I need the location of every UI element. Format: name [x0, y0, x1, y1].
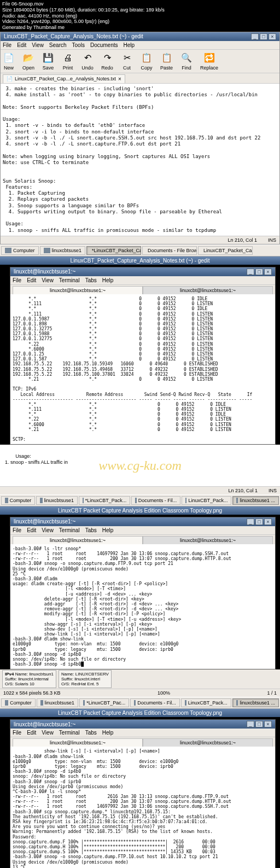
taskbar-button[interactable]: Documents - Fil...	[131, 496, 180, 505]
maximize-button[interactable]: □	[255, 269, 263, 275]
print-icon: 🖨	[62, 52, 74, 64]
statusbar-2: Ln 210, Col 1 INS	[0, 486, 280, 494]
menu-documents[interactable]: Documents	[90, 42, 118, 48]
taskbar-2: Computerlinuxcbtsuse1*LinuxCBT_Pack...Do…	[0, 494, 280, 506]
insert-mode: INS	[269, 488, 277, 493]
taskbar-button[interactable]: LinuxCBT_Pack...	[182, 496, 231, 505]
open-button[interactable]: 📂Open	[22, 52, 34, 71]
menu-file[interactable]: File	[13, 277, 21, 283]
insert-mode: INS	[268, 237, 276, 243]
terminal-output[interactable]: -bash-3.00# ls -ltr snoop* -rw-r--r-- 1 …	[10, 544, 275, 669]
menu-terminal[interactable]: Terminal	[59, 527, 80, 533]
taskbar-button[interactable]: Documents - Fil...	[130, 698, 180, 707]
terminal-window-2: linuxcbt@linuxcbtsuse1:~ _ □ × File Edit…	[10, 517, 276, 670]
gedit-window-1: LinuxCBT_Packet_Capture_Analysis_Notes.t…	[0, 32, 280, 244]
terminal-window-3: linuxcbt@linuxcbtsuse1:~ _ □ × File Edit…	[10, 719, 276, 868]
taskbar-button[interactable]: LinuxCBT_Packet_Ca...	[198, 246, 253, 255]
find-button[interactable]: 🔍Find	[180, 52, 192, 71]
save-button[interactable]: 💾Save	[42, 52, 54, 71]
taskbar-button[interactable]: *LinuxCBT_Pac...	[79, 698, 129, 707]
menu-tabs[interactable]: Tabs	[85, 730, 97, 736]
menu-help[interactable]: Help	[102, 527, 114, 533]
menu-terminal[interactable]: Terminal	[59, 730, 80, 736]
cut-button[interactable]: ✂Cut	[121, 52, 133, 71]
taskbar-button[interactable]: LinuxCBT_Pack...	[181, 698, 231, 707]
copy-button[interactable]: 📋Copy	[141, 52, 153, 71]
maximize-button[interactable]: □	[255, 721, 263, 727]
menu-view[interactable]: View	[32, 42, 44, 48]
minimize-button[interactable]: _	[247, 721, 254, 727]
menu-file[interactable]: File	[3, 42, 11, 48]
menu-view[interactable]: View	[42, 277, 54, 283]
host-info-2: Name: LINUXCBTSERV Suffix: linuxcbt.inte…	[59, 670, 112, 688]
term-tab-1[interactable]: linuxcbt@linuxcbtsuse1:~	[13, 286, 143, 294]
menu-edit[interactable]: Edit	[17, 42, 26, 48]
undo-button[interactable]: ↶Undo	[81, 52, 94, 71]
document-tab[interactable]: 📄 LinuxCBT_Packet_Cap...e_Analysis_Notes…	[3, 74, 125, 83]
minimize-button[interactable]: _	[247, 519, 254, 525]
terminal-output[interactable]: show-link [-s] [-i <interval>] [-p] [<na…	[10, 747, 275, 868]
taskbar-button[interactable]: linuxcbtsuse1	[37, 698, 78, 707]
close-button[interactable]: ×	[269, 33, 276, 40]
taskbar-button[interactable]: linuxcbtsuse1 ...	[232, 698, 279, 707]
menu-search[interactable]: Search	[49, 42, 67, 48]
menu-view[interactable]: View	[42, 730, 54, 736]
video-metadata: File 06-Snoop.mov Size 18940024 bytes (1…	[0, 0, 280, 32]
host-info-1: IPv4 Name: linuxcbtsun1 Suffix: linuxcbt…	[2, 670, 56, 688]
app-icon	[5, 248, 11, 253]
menu-tabs[interactable]: Tabs	[85, 527, 97, 533]
menu-help[interactable]: Help	[102, 730, 114, 736]
term-tab-1[interactable]: linuxcbt@linuxcbtsuse1:~	[13, 738, 143, 747]
close-button[interactable]: ×	[264, 519, 272, 525]
redo-button[interactable]: ↷Redo	[101, 52, 113, 71]
minimize-button[interactable]: _	[251, 33, 259, 40]
term-tab-2[interactable]: linuxcbt@linuxcbtsuse1:~	[143, 286, 273, 294]
terminal-output[interactable]: *.* *.* 0 0 49152 0 IDLE *.111 *.* 0 0 4…	[10, 294, 275, 444]
editor-content[interactable]: 3. make - creates the binaries - includi…	[1, 84, 279, 236]
close-tab-icon[interactable]: ×	[118, 76, 121, 82]
taskbar-button[interactable]: linuxcbtsuse1	[36, 496, 78, 505]
taskbar-3: Computerlinuxcbtsuse1*LinuxCBT_Pac...Doc…	[0, 697, 280, 709]
close-button[interactable]: ×	[264, 269, 272, 275]
menubar: File Edit View Search Tools Documents He…	[1, 41, 279, 50]
term-tab-2[interactable]: linuxcbt@linuxcbtsuse1:~	[143, 536, 273, 544]
replace-button[interactable]: 🔁Replace	[200, 52, 218, 71]
menu-tools[interactable]: Tools	[72, 42, 85, 48]
menu-terminal[interactable]: Terminal	[59, 277, 80, 283]
taskbar-button[interactable]: *LinuxCBT_Pack...	[79, 496, 130, 505]
menu-tabs[interactable]: Tabs	[85, 277, 97, 283]
taskbar-button[interactable]: Computer	[1, 698, 36, 707]
term-title: linuxcbt@linuxcbtsuse1:~	[14, 721, 75, 727]
maximize-button[interactable]: □	[255, 519, 263, 525]
paste-button[interactable]: 📋Paste	[160, 52, 173, 71]
taskbar-button[interactable]: Computer	[1, 496, 35, 505]
menu-edit[interactable]: Edit	[27, 527, 36, 533]
taskbar-button[interactable]: linuxcbtsuse1 ...	[232, 496, 279, 505]
taskbar-button[interactable]: linuxcbtsuse1	[40, 246, 86, 255]
taskbar-button[interactable]: Computer	[1, 246, 39, 255]
term-tab-1[interactable]: linuxcbt@linuxcbtsuse1:~	[13, 536, 143, 544]
close-button[interactable]: ×	[264, 721, 272, 727]
menu-edit[interactable]: Edit	[27, 730, 36, 736]
term-title: linuxcbt@linuxcbtsuse1:~	[14, 519, 75, 525]
menu-file[interactable]: File	[13, 527, 21, 533]
term-titlebar[interactable]: linuxcbt@linuxcbtsuse1:~ _ □ ×	[10, 267, 275, 276]
term-tab-2[interactable]: linuxcbt@linuxcbtsuse1:~	[143, 738, 273, 747]
term-titlebar[interactable]: linuxcbt@linuxcbtsuse1:~ _ □ ×	[10, 720, 275, 729]
titlebar[interactable]: LinuxCBT_Packet_Capture_Analysis_Notes.t…	[1, 32, 279, 41]
image-viewer-titlebar-2: LinuxCBT Packet Capture Analysis Edition…	[0, 709, 280, 717]
maximize-button[interactable]: □	[260, 33, 267, 40]
menu-view[interactable]: View	[42, 527, 54, 533]
menu-help[interactable]: Help	[102, 277, 114, 283]
taskbar-button[interactable]: Documents - File Brow...	[142, 246, 197, 255]
taskbar-button[interactable]: *LinuxCBT_Packet_Ca...	[86, 246, 141, 255]
print-button[interactable]: 🖨Print	[62, 52, 74, 71]
menu-help[interactable]: Help	[123, 42, 135, 48]
app-icon	[135, 498, 136, 503]
term-titlebar[interactable]: linuxcbt@linuxcbtsuse1:~ _ □ ×	[10, 517, 275, 526]
menu-file[interactable]: File	[13, 730, 21, 736]
minimize-button[interactable]: _	[247, 269, 254, 275]
new-icon: 📄	[3, 52, 15, 64]
menu-edit[interactable]: Edit	[27, 277, 36, 283]
new-button[interactable]: 📄New	[3, 52, 15, 71]
